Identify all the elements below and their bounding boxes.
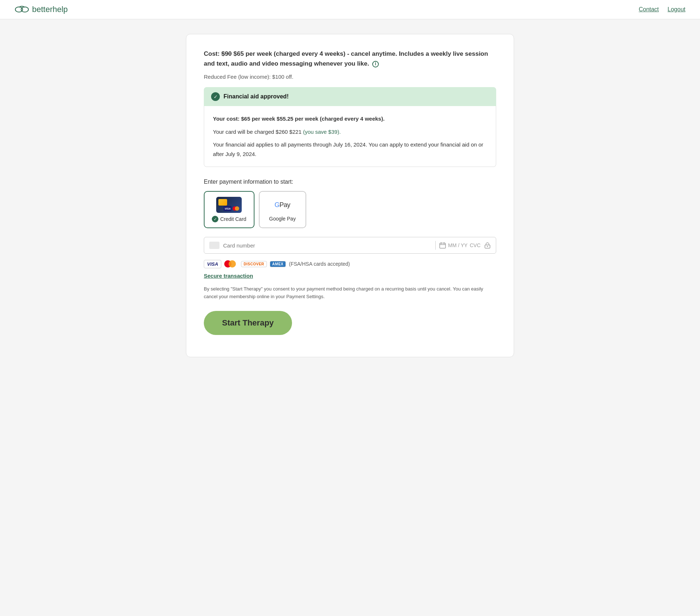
expiry-placeholder: MM / YY	[448, 242, 467, 248]
pay-text: Pay	[280, 201, 291, 208]
charge-original: $260	[276, 129, 288, 135]
mastercard-mini-logo	[233, 206, 240, 211]
header: betterhelp Contact Logout	[0, 0, 700, 19]
consent-text: By selecting "Start Therapy" you consent…	[204, 285, 496, 301]
google-pay-option[interactable]: GPay Google Pay	[259, 191, 306, 228]
financial-aid-banner: ✓ Financial aid approved!	[204, 87, 496, 106]
svg-point-4	[487, 246, 488, 247]
visa-mini-logo: VISA	[223, 206, 232, 211]
savings-text: (you save $39).	[303, 129, 341, 135]
secure-transaction-link[interactable]: Secure transaction	[204, 273, 253, 279]
your-cost-line: Your cost: $65 per week $55.25 per week …	[213, 114, 487, 124]
info-icon[interactable]: i	[372, 61, 379, 67]
credit-card-option[interactable]: VISA ✓ Credit Card	[204, 191, 254, 228]
visa-badge: VISA	[204, 260, 221, 268]
calendar-icon	[439, 242, 446, 249]
google-pay-logo: GPay	[270, 197, 295, 213]
charge-current: $221	[289, 129, 302, 135]
your-cost-label: Your cost:	[213, 116, 240, 122]
cost-details-box: Your cost: $65 per week $55.25 per week …	[204, 106, 496, 167]
amex-badge: AMEX	[270, 261, 286, 267]
cvc-placeholder: CVC	[470, 242, 481, 248]
current-cost-detail: $65 per week (charged every 4 weeks) - c…	[204, 50, 488, 67]
card-input-row: MM / YY CVC	[204, 237, 496, 254]
reduced-fee: Reduced Fee (low income): $100 off.	[204, 74, 496, 80]
payment-label: Enter payment information to start:	[204, 179, 496, 185]
financial-aid-note: Your financial aid applies to all paymen…	[213, 140, 487, 159]
card-brands-row: VISA DISCOVER AMEX (FSA/HSA cards accept…	[204, 260, 496, 268]
original-price: $90	[221, 50, 232, 57]
svg-rect-2	[440, 243, 446, 248]
logo-area: betterhelp	[15, 4, 68, 15]
betterhelp-logo-icon	[15, 4, 29, 15]
logout-link[interactable]: Logout	[668, 6, 685, 13]
fsa-hsa-text: (FSA/HSA cards accepted)	[289, 261, 350, 267]
financial-aid-text: Financial aid approved!	[223, 93, 289, 100]
main-card: Cost: $90 $65 per week (charged every 4 …	[186, 34, 514, 357]
expiry-cvc-area: MM / YY CVC	[439, 242, 481, 249]
cost-original-week: $65 per week	[241, 116, 275, 122]
charge-prefix: Your card will be charged	[213, 129, 274, 135]
mastercard-badge	[224, 260, 238, 268]
card-number-input[interactable]	[223, 242, 432, 249]
lock-icon	[484, 242, 491, 249]
credit-card-image: VISA	[216, 197, 242, 213]
input-divider	[435, 241, 436, 250]
logo-text: betterhelp	[32, 5, 68, 14]
contact-link[interactable]: Contact	[639, 6, 659, 13]
header-nav: Contact Logout	[639, 6, 685, 13]
charge-line: Your card will be charged $260 $221 (you…	[213, 127, 487, 137]
discover-badge: DISCOVER	[241, 261, 267, 267]
payment-options: VISA ✓ Credit Card GPay Google Pa	[204, 191, 496, 228]
card-placeholder-icon	[209, 242, 219, 249]
selected-checkmark-icon: ✓	[212, 216, 218, 222]
google-pay-label: Google Pay	[269, 216, 296, 222]
start-therapy-button[interactable]: Start Therapy	[204, 311, 292, 335]
cost-current-week: $55.25 per week (charged every 4 weeks).	[277, 116, 385, 122]
credit-card-label: ✓ Credit Card	[212, 216, 246, 222]
cost-prefix: Cost:	[204, 50, 219, 57]
shield-checkmark-icon: ✓	[211, 92, 220, 101]
g-letter: G	[275, 201, 280, 208]
cost-text: Cost: $90 $65 per week (charged every 4 …	[204, 49, 496, 69]
